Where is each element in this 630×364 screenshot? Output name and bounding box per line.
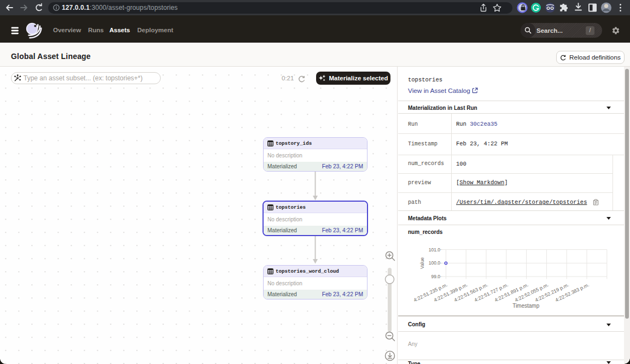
svg-text:101.0: 101.0: [429, 247, 441, 253]
svg-text:4:22:51.235 p.m.: 4:22:51.235 p.m.: [413, 282, 448, 303]
svg-text:Value: Value: [419, 257, 425, 269]
svg-text:100.0: 100.0: [429, 260, 441, 266]
svg-text:99.0: 99.0: [431, 274, 440, 279]
svg-text:Timestamp: Timestamp: [512, 303, 540, 309]
